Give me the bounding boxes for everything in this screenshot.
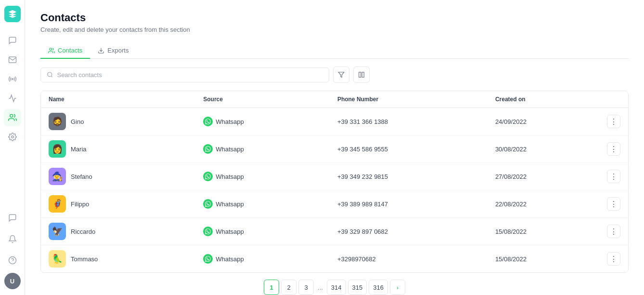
sidebar-item-notifications[interactable] xyxy=(4,230,21,248)
row-menu-button[interactable]: ⋮ xyxy=(607,225,620,238)
contact-name-label: Stefano xyxy=(71,173,92,180)
cell-menu: ⋮ xyxy=(599,163,628,190)
tab-exports[interactable]: Exports xyxy=(90,43,136,59)
whatsapp-icon xyxy=(203,172,213,181)
columns-button[interactable] xyxy=(353,67,370,83)
page-btn-315[interactable]: 315 xyxy=(348,280,367,295)
sidebar-item-broadcast[interactable] xyxy=(4,70,21,88)
search-input[interactable] xyxy=(57,71,323,79)
row-menu-button[interactable]: ⋮ xyxy=(607,170,620,183)
table-header-row: Name Source Phone Number Created on xyxy=(41,91,628,108)
cell-menu: ⋮ xyxy=(599,108,628,135)
sidebar-item-whatsapp[interactable] xyxy=(4,209,21,227)
cell-name: 🧔 Gino xyxy=(41,108,195,135)
phone-number: +39 389 989 8147 xyxy=(337,201,388,208)
cell-created: 22/08/2022 xyxy=(488,190,599,218)
sidebar-item-chat[interactable] xyxy=(4,32,21,49)
sidebar-item-help[interactable] xyxy=(4,252,21,269)
svg-point-2 xyxy=(11,136,13,138)
sidebar-item-messages[interactable] xyxy=(4,51,21,68)
page-btn-3[interactable]: 3 xyxy=(298,280,314,295)
col-name: Name xyxy=(41,91,195,108)
whatsapp-icon xyxy=(203,254,213,264)
main-content: Contacts Create, edit and delete your co… xyxy=(25,0,644,295)
cell-source: Whatsapp xyxy=(195,163,330,190)
table-row: 🧔 Gino Whatsapp +39 331 366 1388 24/09/2… xyxy=(41,108,628,135)
cell-source: Whatsapp xyxy=(195,218,330,245)
pagination-dots: ... xyxy=(316,284,325,291)
contact-name-label: Maria xyxy=(71,146,87,153)
contacts-table: Name Source Phone Number Created on 🧔 Gi… xyxy=(40,91,629,273)
cell-created: 24/09/2022 xyxy=(488,108,599,135)
cell-name: 🦸 Filippo xyxy=(41,190,195,218)
page-btn-316[interactable]: 316 xyxy=(369,280,388,295)
contact-avatar: 🦅 xyxy=(49,223,66,240)
contact-avatar: 🧔 xyxy=(49,113,66,130)
phone-number: +3298970682 xyxy=(337,255,376,263)
page-btn-1[interactable]: 1 xyxy=(264,280,279,295)
col-actions xyxy=(599,91,628,108)
contacts-tab-icon xyxy=(48,47,55,54)
cell-created: 15/08/2022 xyxy=(488,245,599,273)
table-row: 🦜 Tommaso Whatsapp +3298970682 15/08/202… xyxy=(41,245,628,273)
phone-number: +39 345 586 9555 xyxy=(337,146,388,153)
row-menu-button[interactable]: ⋮ xyxy=(607,252,620,266)
contact-name-label: Tommaso xyxy=(71,255,98,263)
created-date: 15/08/2022 xyxy=(495,228,527,235)
table-row: 🧙 Stefano Whatsapp +39 349 232 9815 27/0… xyxy=(41,163,628,190)
created-date: 22/08/2022 xyxy=(495,201,527,208)
sidebar-item-analytics[interactable] xyxy=(4,90,21,107)
svg-point-1 xyxy=(10,114,13,117)
toolbar xyxy=(40,67,629,83)
cell-name: 🦅 Riccardo xyxy=(41,218,195,245)
contact-avatar: 👩 xyxy=(49,140,66,158)
created-date: 24/09/2022 xyxy=(495,118,527,125)
cell-menu: ⋮ xyxy=(599,245,628,273)
col-source: Source xyxy=(195,91,330,108)
whatsapp-icon xyxy=(203,144,213,154)
cell-phone: +39 389 989 8147 xyxy=(330,190,488,218)
columns-icon xyxy=(358,71,365,78)
filter-icon xyxy=(338,71,345,78)
cell-menu: ⋮ xyxy=(599,218,628,245)
created-date: 15/08/2022 xyxy=(495,255,527,263)
whatsapp-icon xyxy=(203,117,213,126)
page-title: Contacts xyxy=(40,12,629,24)
cell-created: 15/08/2022 xyxy=(488,218,599,245)
cell-source: Whatsapp xyxy=(195,108,330,135)
exports-tab-icon xyxy=(98,47,104,54)
app-logo xyxy=(4,6,21,22)
search-icon xyxy=(47,71,53,78)
sidebar-item-settings[interactable] xyxy=(4,128,21,146)
cell-name: 🦜 Tommaso xyxy=(41,245,195,273)
tabs-bar: Contacts Exports xyxy=(40,43,629,59)
sidebar: U xyxy=(0,0,25,295)
tab-contacts[interactable]: Contacts xyxy=(40,43,90,59)
source-label: Whatsapp xyxy=(216,173,244,180)
contact-name-label: Gino xyxy=(71,118,84,125)
page-next-button[interactable]: › xyxy=(390,280,405,295)
svg-line-8 xyxy=(51,76,52,77)
svg-rect-11 xyxy=(362,72,364,78)
row-menu-button[interactable]: ⋮ xyxy=(607,197,620,211)
phone-number: +39 331 366 1388 xyxy=(337,118,388,125)
cell-phone: +39 349 232 9815 xyxy=(330,163,488,190)
svg-point-7 xyxy=(48,72,52,77)
page-btn-314[interactable]: 314 xyxy=(327,280,346,295)
cell-name: 👩 Maria xyxy=(41,135,195,163)
col-phone: Phone Number xyxy=(330,91,488,108)
row-menu-button[interactable]: ⋮ xyxy=(607,115,620,128)
page-subtitle: Create, edit and delete your contacts fr… xyxy=(40,26,629,33)
avatar[interactable]: U xyxy=(4,273,21,289)
page-btn-2[interactable]: 2 xyxy=(281,280,296,295)
search-box[interactable] xyxy=(40,67,329,82)
filter-button[interactable] xyxy=(333,67,349,83)
svg-rect-10 xyxy=(359,72,361,78)
tab-contacts-label: Contacts xyxy=(58,47,82,54)
contact-name-label: Filippo xyxy=(71,201,89,208)
sidebar-item-contacts[interactable] xyxy=(4,109,21,126)
source-label: Whatsapp xyxy=(216,146,244,153)
svg-marker-9 xyxy=(338,72,344,78)
cell-menu: ⋮ xyxy=(599,190,628,218)
row-menu-button[interactable]: ⋮ xyxy=(607,142,620,156)
